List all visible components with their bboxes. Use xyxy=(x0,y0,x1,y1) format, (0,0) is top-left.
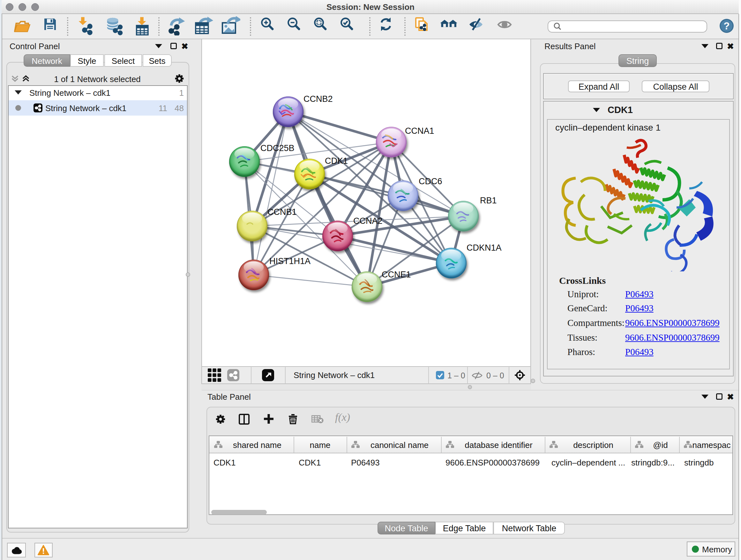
svg-text:CDC25B: CDC25B xyxy=(260,143,294,153)
svg-text:CCNE1: CCNE1 xyxy=(382,270,411,279)
svg-text:CDC6: CDC6 xyxy=(419,177,442,186)
svg-text:?: ? xyxy=(724,20,730,32)
svg-text:HIST1H1A: HIST1H1A xyxy=(269,256,311,266)
svg-text:CCNA1: CCNA1 xyxy=(405,126,434,136)
svg-text:CDK1: CDK1 xyxy=(325,156,348,166)
svg-text:CCNB1: CCNB1 xyxy=(267,207,297,217)
svg-text:CDKN1A: CDKN1A xyxy=(467,243,502,253)
svg-text:CCNA2: CCNA2 xyxy=(353,216,383,226)
svg-text:RB1: RB1 xyxy=(480,196,497,205)
svg-text:CCNB2: CCNB2 xyxy=(304,94,333,104)
